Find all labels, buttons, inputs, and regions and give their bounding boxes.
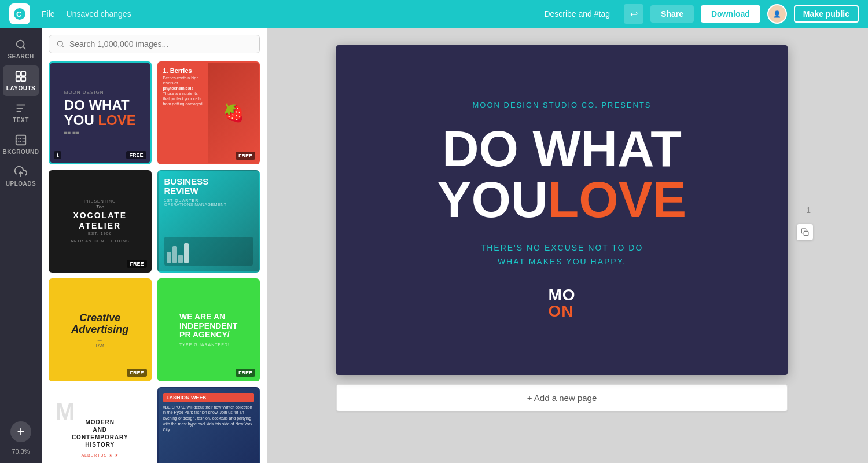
canvas-logo: MO ON [548, 287, 575, 319]
zoom-level[interactable]: 70.3% [12, 448, 30, 455]
unsaved-changes: Unsaved changes [67, 9, 131, 19]
layouts-icon [14, 70, 27, 83]
sidebar-item-background[interactable]: BKGROUND [3, 129, 39, 160]
free-badge-5: FREE [127, 369, 146, 377]
search-bar[interactable] [49, 35, 260, 53]
free-badge-2: FREE [236, 152, 255, 160]
tagline-line1: THERE'S NO EXCUSE NOT TO DO [481, 241, 643, 255]
free-badge-1: FREE [126, 151, 146, 159]
canvas-subtitle: MOON DESIGN STUDIO CO. PRESENTS [472, 101, 651, 109]
free-badge-3: FREE [127, 260, 146, 268]
svg-text:C: C [16, 10, 22, 19]
template-panel: MOON DESIGN DO WHAT YOU LOVE ▀▀ ▀▀ ℹ FRE… [42, 28, 267, 463]
canvas-line1: DO WHAT [437, 123, 686, 174]
canvas-design[interactable]: MOON DESIGN STUDIO CO. PRESENTS DO WHAT … [336, 45, 788, 375]
logo-mo: MO [548, 287, 575, 303]
svg-point-15 [57, 41, 62, 46]
canvas-you: YOU [437, 174, 548, 225]
page-number: 1 [806, 205, 811, 215]
search-input[interactable] [69, 39, 252, 49]
sidebar-item-uploads[interactable]: UPLOADS [3, 161, 39, 192]
share-button[interactable]: Share [650, 5, 694, 23]
topnav: C File Unsaved changes Describe and #tag… [0, 0, 868, 28]
canvas-tagline: THERE'S NO EXCUSE NOT TO DO WHAT MAKES Y… [481, 241, 643, 269]
template-grid: MOON DESIGN DO WHAT YOU LOVE ▀▀ ▀▀ ℹ FRE… [49, 61, 260, 463]
undo-button[interactable]: ↩ [624, 4, 643, 24]
copy-page-button[interactable] [797, 224, 813, 240]
sidebar-item-layouts[interactable]: LAYOUTS [3, 65, 39, 96]
make-public-button[interactable]: Make public [794, 5, 859, 23]
sidebar-item-search[interactable]: SEARCH [3, 34, 39, 64]
uploads-icon [14, 166, 27, 178]
sidebar-label-search: SEARCH [8, 53, 34, 60]
template-card-xocolate[interactable]: PRESENTING The XOCOLATE ATELIER EST. 190… [49, 170, 152, 273]
sidebar-label-layouts: LAYOUTS [6, 85, 35, 91]
template-card-creative[interactable]: CreativeAdvertising — I AM FREE [49, 278, 152, 381]
template-preview-do-what: MOON DESIGN DO WHAT YOU LOVE ▀▀ ▀▀ [64, 90, 136, 136]
canvas-main-title: DO WHAT YOU LOVE [437, 123, 686, 225]
svg-rect-4 [16, 72, 20, 76]
svg-rect-6 [16, 77, 20, 81]
sidebar-label-background: BKGROUND [3, 149, 39, 155]
describe-tag[interactable]: Describe and #tag [537, 7, 617, 21]
page-actions [797, 224, 813, 240]
canva-logo-icon: C [9, 3, 30, 24]
template-card-do-what[interactable]: MOON DESIGN DO WHAT YOU LOVE ▀▀ ▀▀ ℹ FRE… [49, 61, 152, 164]
tagline-line2: WHAT MAKES YOU HAPPY. [481, 255, 643, 269]
add-page-bar[interactable]: + Add a new page [336, 384, 788, 411]
svg-rect-11 [16, 135, 26, 145]
svg-line-3 [23, 47, 25, 49]
template-card-berries[interactable]: 1. Berries Berries contain high levels o… [157, 61, 260, 164]
background-icon [14, 134, 27, 146]
template-card-modern[interactable]: M MODERNANDCONTEMPORARYHISTORY ALBERTUS … [49, 387, 152, 464]
svg-line-16 [62, 46, 64, 47]
sidebar-icons: SEARCH LAYOUTS TEXT BKGROUND UPLOADS + 7… [0, 28, 42, 463]
canvas-area: MOON DESIGN STUDIO CO. PRESENTS DO WHAT … [267, 28, 868, 463]
svg-rect-5 [21, 72, 25, 76]
avatar[interactable]: 👤 [767, 4, 787, 24]
canvas-love: LOVE [548, 174, 687, 225]
logo-on: ON [548, 303, 575, 319]
sidebar-label-uploads: UPLOADS [6, 181, 36, 187]
svg-rect-17 [804, 231, 808, 236]
file-menu[interactable]: File [37, 7, 60, 21]
svg-point-2 [17, 41, 24, 48]
search-icon [56, 39, 65, 49]
canva-logo[interactable]: C [9, 3, 30, 24]
template-card-business[interactable]: BUSINESSREVIEW 1ST QUARTER OPERATIONS MA… [157, 170, 260, 273]
svg-rect-7 [21, 77, 25, 81]
template-card-agency[interactable]: WE ARE ANINDEPENDENTPR AGENCY/ TYPE GUAR… [157, 278, 260, 381]
canvas-wrapper: MOON DESIGN STUDIO CO. PRESENTS DO WHAT … [336, 45, 788, 375]
sidebar-item-text[interactable]: TEXT [3, 97, 39, 128]
download-button[interactable]: Download [701, 5, 760, 23]
copy-icon [801, 228, 809, 236]
info-badge: ℹ [54, 151, 61, 159]
canvas-line2: YOU LOVE [437, 174, 686, 225]
free-badge-6: FREE [236, 369, 255, 377]
sidebar-label-text: TEXT [13, 117, 29, 123]
text-icon [14, 102, 27, 115]
add-element-button[interactable]: + [10, 421, 31, 442]
search-icon [14, 38, 27, 51]
template-card-fashion[interactable]: FASHION WEEK //BE:SPOKE will debut their… [157, 387, 260, 464]
